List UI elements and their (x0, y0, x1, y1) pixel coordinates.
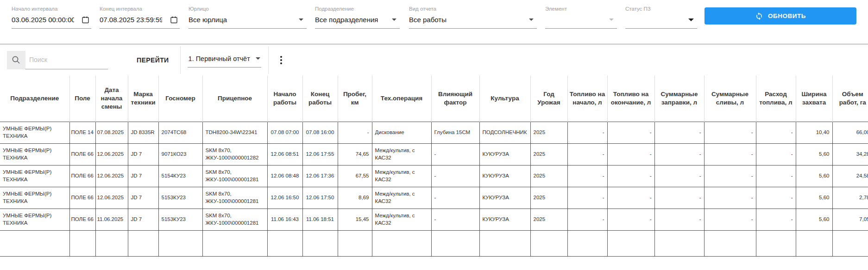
cell: - (607, 209, 654, 230)
cell: - (704, 122, 756, 143)
cell: - (654, 187, 704, 209)
cell: JD 7 (128, 165, 158, 187)
search-input[interactable] (25, 51, 108, 69)
filter-field-legal-entity: Юрлицо Все юрлица (189, 6, 307, 29)
refresh-button-label: ОБНОВИТЬ (768, 12, 806, 19)
cell: УМНЫЕ ФЕРМЫ(Р) ТЕХНИКА (0, 209, 69, 230)
column-header[interactable]: Марка техники (128, 75, 158, 122)
cell: 07.08 16:00 (302, 122, 338, 143)
cell: TDH8200-34W\22341 (202, 122, 267, 143)
filter-label: Юрлицо (189, 6, 307, 12)
cell: - (756, 143, 796, 165)
column-header[interactable]: Топливо на окончание, л (607, 75, 654, 122)
filter-label: Начало интервала (12, 6, 91, 12)
column-header[interactable]: Культура (479, 75, 530, 122)
interval-end-input[interactable] (100, 16, 162, 24)
chevron-down-icon (529, 18, 534, 21)
element-select[interactable] (545, 15, 617, 29)
table-row: УМНЫЕ ФЕРМЫ(Р) ТЕХНИКАПОЛЕ 6611.06.2025J… (0, 209, 868, 230)
cell: 5,60 (796, 209, 832, 230)
refresh-button[interactable]: ОБНОВИТЬ (704, 7, 856, 25)
column-header[interactable]: Подразделение (0, 75, 69, 122)
column-header[interactable]: Поле (69, 75, 95, 122)
empty-cell (202, 230, 267, 256)
cell: - (607, 143, 654, 165)
empty-cell (431, 230, 479, 256)
cell: ПОЛЕ 66 (69, 165, 95, 187)
cell: JD 7 (128, 143, 158, 165)
cell: - (704, 209, 756, 230)
chevron-down-icon (609, 18, 614, 21)
cell: 2,78 (832, 187, 868, 209)
cell: 66,00 (832, 122, 868, 143)
filter-field-element: Элемент (545, 6, 617, 29)
empty-cell (267, 230, 302, 256)
report-type-select[interactable]: Все работы (409, 15, 537, 29)
calendar-icon[interactable] (81, 16, 90, 24)
column-header[interactable]: Объем работ, га (832, 75, 868, 122)
interval-start-input[interactable] (12, 16, 74, 24)
empty-cell (302, 230, 338, 256)
column-header[interactable]: Конец работы (302, 75, 338, 122)
cell: 12.06.2025 (95, 165, 128, 187)
empty-cell (756, 230, 796, 256)
empty-cell (69, 230, 95, 256)
filter-label: Конец интервала (100, 6, 180, 12)
cell: 12.06 17:50 (302, 187, 338, 209)
empty-cell (158, 230, 202, 256)
cell: SKM 8x70, ЖКУ-1000\000001282 (202, 143, 267, 165)
table-row: УМНЫЕ ФЕРМЫ(Р) ТЕХНИКАПОЛЕ 6612.06.2025J… (0, 143, 868, 165)
cell: - (654, 165, 704, 187)
cell: - (567, 209, 607, 230)
cell: JD 7 (128, 187, 158, 209)
column-header[interactable]: Влияющий фактор (431, 75, 479, 122)
cell: 11.06.2025 (95, 209, 128, 230)
cell: - (431, 165, 479, 187)
filter-label: Вид отчета (409, 6, 537, 12)
calendar-icon[interactable] (170, 16, 178, 24)
column-header[interactable]: Топливо на начало, л (567, 75, 607, 122)
filter-field-interval-end: Конец интервала (100, 6, 180, 29)
search-icon-button[interactable] (7, 51, 25, 69)
cell: 2025 (530, 143, 567, 165)
cell: 12.06 08:48 (267, 165, 302, 187)
cell: Межд/культив, с КАС32 (372, 187, 431, 209)
column-header[interactable]: Госномер (158, 75, 202, 122)
cell: ПОЛЕ 66 (69, 143, 95, 165)
column-header[interactable]: Тех.операция (372, 75, 431, 122)
column-header[interactable]: Прицепное (202, 75, 267, 122)
column-header[interactable]: Начало работы (267, 75, 302, 122)
kebab-menu-icon[interactable] (276, 52, 287, 68)
cell: - (431, 143, 479, 165)
cell: УМНЫЕ ФЕРМЫ(Р) ТЕХНИКА (0, 165, 69, 187)
cell: SKM 8x70, ЖКУ-1000\000001281 (202, 187, 267, 209)
division-select[interactable]: Все подразделения (315, 15, 400, 29)
column-header[interactable]: Пробег, км (338, 75, 372, 122)
cell: УМНЫЕ ФЕРМЫ(Р) ТЕХНИКА (0, 187, 69, 209)
column-header[interactable]: Расход топлива, л (756, 75, 796, 122)
column-header[interactable]: Дата начала смены (95, 75, 128, 122)
cell: SKM 8x70, ЖКУ-1000\000001281 (202, 209, 267, 230)
empty-cell (0, 230, 69, 256)
header-row: ПодразделениеПолеДата начала сменыМарка … (0, 75, 868, 122)
column-header[interactable]: Ширина захвата (796, 75, 832, 122)
column-header[interactable]: Суммарные сливы, л (704, 75, 756, 122)
cell: 2025 (530, 187, 567, 209)
cell: 74,65 (338, 143, 372, 165)
column-header[interactable]: Год Урожая (530, 75, 567, 122)
go-button[interactable]: ПЕРЕЙТИ (134, 56, 172, 64)
pz-status-select[interactable] (625, 15, 697, 29)
cell: Межд/культив, с КАС32 (372, 165, 431, 187)
filter-label: Подразделение (315, 6, 400, 12)
legal-entity-select[interactable]: Все юрлица (189, 15, 307, 29)
report-table-container: ПодразделениеПолеДата начала сменыМарка … (0, 75, 868, 257)
column-header[interactable]: Суммарные заправки, л (654, 75, 704, 122)
filter-label: Статус ПЗ (625, 6, 697, 12)
cell: Дискование (372, 122, 431, 143)
chevron-down-icon (299, 18, 303, 21)
cell: 2025 (530, 122, 567, 143)
filter-label: Элемент (545, 6, 617, 12)
cell: 2025 (530, 209, 567, 230)
empty-cell (479, 230, 530, 256)
report-variant-select[interactable]: 1. Первичный отчёт (180, 46, 269, 74)
